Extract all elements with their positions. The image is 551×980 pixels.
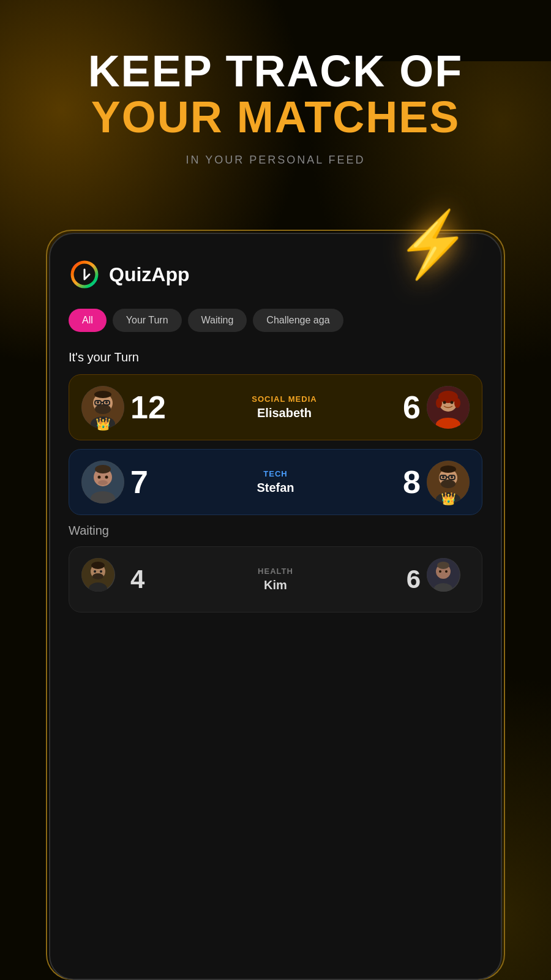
right-avatar-container-waiting-0 [427,558,470,601]
phone-frame: QuizApp All Your Turn Waiting Challenge … [49,233,502,980]
header-line2: YOUR MATCHES [0,93,551,141]
left-avatar-container-waiting-0 [81,558,124,601]
svg-point-33 [440,466,456,473]
tab-your-turn[interactable]: Your Turn [113,309,182,332]
left-avatar-waiting-0 [81,558,115,592]
right-avatar-waiting-0 [427,558,460,592]
waiting-section: Waiting [69,524,482,612]
phone-content: QuizApp All Your Turn Waiting Challenge … [50,234,501,633]
svg-point-52 [445,570,448,573]
svg-point-26 [95,465,111,473]
header: KEEP TRACK OF YOUR MATCHES IN YOUR PERSO… [0,49,551,167]
match-center-1: TECH Stefan [148,469,403,495]
match-center-waiting-0: HEALTH Kim [144,567,406,592]
svg-point-11 [94,391,111,398]
right-player-1: 8 [403,461,470,503]
left-player-1: 7 [81,461,148,503]
match-card-waiting-0[interactable]: 4 HEALTH Kim 6 [69,546,482,612]
svg-point-29 [98,480,108,485]
match-opponent-1: Stefan [154,481,397,495]
left-avatar-container-1 [81,461,124,503]
match-opponent-0: Elisabeth [172,406,397,420]
svg-point-27 [98,476,101,479]
svg-point-22 [451,401,454,404]
match-category-1: TECH [154,469,397,478]
left-score-waiting-0: 4 [130,565,144,594]
svg-point-46 [92,573,103,579]
svg-point-10 [105,401,108,404]
tab-challenge[interactable]: Challenge aga [253,309,343,332]
your-turn-section-label: It's your Turn [69,350,482,364]
match-opponent-waiting-0: Kim [151,578,400,592]
app-logo [69,258,100,290]
header-subtitle: IN YOUR PERSONAL FEED [0,154,551,167]
match-center-0: SOCIAL MEDIA Elisabeth [166,394,403,420]
filter-tabs: All Your Turn Waiting Challenge aga [69,309,482,332]
svg-point-45 [100,570,102,573]
svg-point-37 [442,476,444,478]
header-line1: KEEP TRACK OF [0,49,551,93]
right-avatar-0 [427,386,470,429]
right-crown-1: 👑 [441,491,456,506]
match-card-1[interactable]: 7 TECH Stefan 8 [69,449,482,515]
svg-point-9 [97,401,99,404]
svg-point-44 [94,570,96,573]
right-avatar-container-1: 👑 [427,461,470,503]
svg-point-19 [436,398,442,408]
right-score-0: 6 [403,389,421,426]
left-player-0: 👑 12 [81,386,166,429]
svg-point-28 [105,476,108,479]
left-avatar-container-0: 👑 [81,386,124,429]
svg-point-51 [439,570,441,573]
left-crown-0: 👑 [96,417,111,431]
svg-point-5 [95,404,111,414]
match-category-waiting-0: HEALTH [151,567,400,576]
svg-point-50 [437,562,449,569]
left-score-0: 12 [130,389,166,426]
svg-point-20 [454,398,460,408]
tab-all[interactable]: All [69,309,107,332]
right-player-waiting-0: 6 [407,558,470,601]
svg-point-21 [443,401,446,404]
left-avatar-1 [81,461,124,503]
lightning-icon: ⚡ [392,205,474,284]
match-card-0[interactable]: 👑 12 SOCIAL MEDIA Elisabeth 6 [69,374,482,440]
svg-point-39 [441,480,455,488]
left-score-1: 7 [130,464,148,500]
right-score-1: 8 [403,464,421,500]
right-score-waiting-0: 6 [407,565,421,594]
waiting-section-label: Waiting [69,524,482,538]
match-category-0: SOCIAL MEDIA [172,394,397,404]
svg-point-38 [451,476,453,478]
app-name-label: QuizApp [109,263,190,286]
right-player-0: 6 [403,386,470,429]
right-avatar-container-0 [427,386,470,429]
tab-waiting[interactable]: Waiting [188,309,247,332]
svg-point-43 [91,562,105,569]
left-player-waiting-0: 4 [81,558,144,601]
